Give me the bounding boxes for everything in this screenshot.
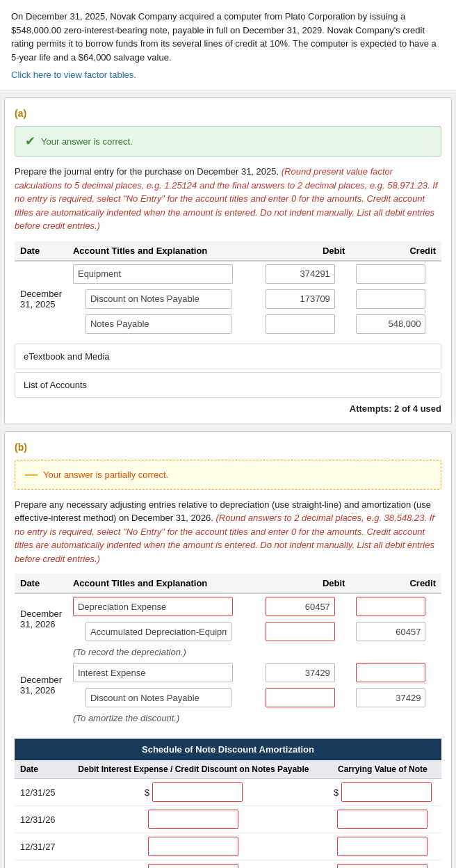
note-row: (To record the depreciation.) [15, 644, 441, 660]
schedule-date-4: 12/31/28 [15, 860, 63, 869]
schedule-col1-1: $ [63, 779, 324, 806]
section-b-table: Date Account Titles and Explanation Debi… [15, 574, 441, 726]
dash-icon: — [25, 467, 38, 482]
credit-cell-b2 [350, 619, 441, 644]
account-cell-b4 [67, 685, 260, 710]
account-cell [67, 261, 260, 287]
schedule-row-3: 12/31/27 [15, 833, 441, 860]
checkmark-icon: ✔ [25, 134, 35, 149]
schedule-col1-4 [63, 860, 324, 869]
correct-answer-banner: ✔ Your answer is correct. [15, 126, 441, 156]
etextbook-media[interactable]: eTextbook and Media [15, 344, 441, 369]
correct-message: Your answer is correct. [41, 136, 133, 147]
partial-message: Your answer is partially correct. [43, 469, 168, 480]
problem-description: On December 31, 2025, Novak Company acqu… [0, 0, 456, 90]
debit-input-3[interactable] [266, 314, 335, 334]
schedule-date-2: 12/31/26 [15, 806, 63, 833]
amortize-note: (To amortize the discount.) [67, 710, 441, 726]
partial-answer-banner: — Your answer is partially correct. [15, 460, 441, 490]
col-debit: Debit [260, 241, 351, 261]
debit-input-b4[interactable] [266, 688, 335, 707]
credit-input-2[interactable] [356, 289, 425, 309]
account-cell [67, 287, 260, 312]
dollar-sign-1: $ [145, 787, 149, 798]
account-input-2[interactable] [86, 289, 231, 309]
debit-cell-b3 [260, 660, 351, 685]
col-debit-b: Debit [260, 574, 351, 593]
table-row [15, 685, 441, 710]
debit-input-1[interactable] [266, 264, 335, 284]
section-a-table: Date Account Titles and Explanation Debi… [15, 241, 441, 337]
schedule-table: Date Debit Interest Expense / Credit Dis… [15, 760, 441, 868]
col-date: Date [15, 241, 67, 261]
schedule-col1-3 [63, 833, 324, 860]
schedule-date-1: 12/31/25 [15, 779, 63, 806]
account-cell-b3 [67, 660, 260, 685]
table-row: December31, 2026 [15, 660, 441, 685]
schedule-input-col2-3[interactable] [337, 837, 427, 856]
debit-input-b3[interactable] [266, 663, 335, 682]
debit-input-b2[interactable] [266, 622, 335, 641]
credit-input-b1[interactable] [356, 597, 425, 616]
credit-cell-b4 [350, 685, 441, 710]
schedule-col-date: Date [15, 760, 63, 779]
schedule-date-3: 12/31/27 [15, 833, 63, 860]
account-cell-b1 [67, 593, 260, 619]
account-input-b3[interactable] [73, 663, 233, 682]
schedule-col2-2 [324, 806, 441, 833]
schedule-input-col2-2[interactable] [337, 810, 427, 829]
credit-input-b2[interactable] [356, 622, 425, 641]
schedule-title: Schedule of Note Discount Amortization [15, 739, 441, 760]
account-input-b1[interactable] [73, 597, 233, 616]
schedule-input-col2-1[interactable] [341, 782, 432, 802]
credit-input-b3[interactable] [356, 663, 425, 682]
list-of-accounts[interactable]: List of Accounts [15, 372, 441, 398]
debit-cell-b4 [260, 685, 351, 710]
attempts-used: Attempts: 2 of 4 used [15, 403, 441, 414]
note-row-2: (To amortize the discount.) [15, 710, 441, 726]
schedule-container: Schedule of Note Discount Amortization D… [15, 739, 441, 868]
schedule-row-2: 12/31/26 [15, 806, 441, 833]
schedule-input-col2-4[interactable] [337, 864, 427, 868]
section-a-instructions: Prepare the journal entry for the purcha… [15, 165, 441, 233]
section-a: (a) ✔ Your answer is correct. Prepare th… [4, 97, 452, 424]
date-cell-b1: December31, 2026 [15, 593, 67, 644]
schedule-col2-1: $ [324, 779, 441, 806]
account-input-b2[interactable] [86, 622, 231, 641]
schedule-col2-3 [324, 833, 441, 860]
section-b: (b) — Your answer is partially correct. … [4, 431, 452, 869]
col-credit-b: Credit [350, 574, 441, 593]
schedule-input-col1-2[interactable] [148, 810, 238, 829]
account-input-b4[interactable] [86, 688, 231, 707]
schedule-input-col1-1[interactable] [152, 782, 243, 802]
debit-input-b1[interactable] [266, 597, 335, 616]
description-text: On December 31, 2025, Novak Company acqu… [11, 10, 445, 64]
schedule-col1-2 [63, 806, 324, 833]
factor-tables-link[interactable]: Click here to view factor tables. [11, 70, 445, 80]
schedule-row-1: 12/31/25 $ $ [15, 779, 441, 806]
schedule-row-4: 12/31/28 [15, 860, 441, 869]
debit-cell-b2 [260, 619, 351, 644]
credit-input-b4[interactable] [356, 688, 425, 707]
debit-cell [260, 312, 351, 337]
table-row [15, 619, 441, 644]
credit-cell-b1 [350, 593, 441, 619]
col-account-b: Account Titles and Explanation [67, 574, 260, 593]
col-date-b: Date [15, 574, 67, 593]
date-cell-1: December 31, 2025 [15, 261, 67, 337]
credit-cell-b3 [350, 660, 441, 685]
debit-input-2[interactable] [266, 289, 335, 309]
account-input-3[interactable] [86, 314, 231, 334]
dollar-sign-2: $ [334, 787, 339, 798]
table-row [15, 312, 441, 337]
schedule-input-col1-4[interactable] [148, 864, 238, 868]
schedule-input-col1-3[interactable] [148, 837, 238, 856]
col-credit: Credit [350, 241, 441, 261]
credit-input-1[interactable] [356, 264, 425, 284]
date-cell-b2: December31, 2026 [15, 660, 67, 710]
schedule-col1: Debit Interest Expense / Credit Discount… [63, 760, 324, 779]
credit-cell [350, 261, 441, 287]
credit-input-3[interactable] [356, 314, 425, 334]
account-input-1[interactable] [73, 264, 233, 284]
account-cell [67, 312, 260, 337]
